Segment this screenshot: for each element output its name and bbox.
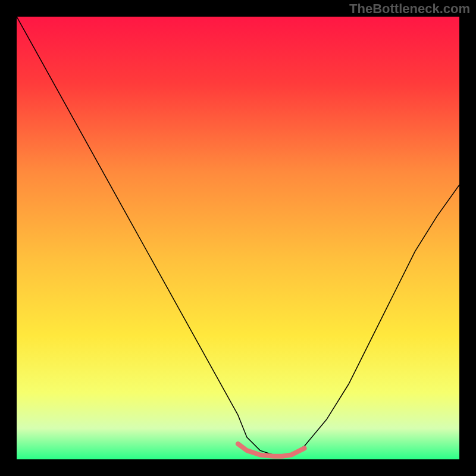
plot-area: [17, 17, 459, 459]
curve-layer: [17, 17, 459, 459]
bottleneck-curve: [17, 17, 459, 457]
watermark-text: TheBottleneck.com: [349, 1, 470, 17]
chart-container: TheBottleneck.com: [0, 0, 476, 476]
threshold-band: [238, 444, 305, 456]
